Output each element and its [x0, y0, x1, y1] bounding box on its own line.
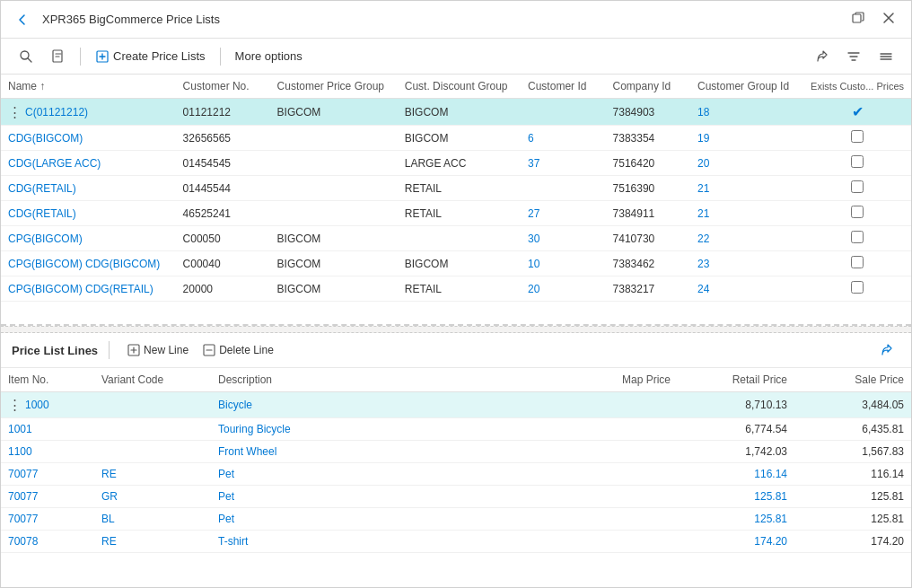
exists-cust-prices-cell[interactable] [803, 126, 911, 151]
pll-row[interactable]: 1001Touring Bicycle6,774.546,435.81 [1, 418, 911, 441]
description-value[interactable]: Pet [218, 513, 234, 525]
variant-code-value[interactable]: BL [101, 513, 115, 525]
variant-code-value[interactable]: RE [101, 535, 117, 548]
pll-row[interactable]: 70078RET-shirt174.20174.20 [1, 531, 911, 553]
close-button[interactable] [877, 10, 900, 29]
pll-col-sale-price: Sale Price [794, 368, 911, 392]
price-list-company-id: 7383217 [606, 276, 691, 302]
search-button[interactable] [12, 46, 40, 67]
description-value[interactable]: Pet [218, 490, 234, 503]
description-value[interactable]: T-shirt [218, 535, 248, 548]
retail-price-value[interactable]: 125.81 [754, 513, 787, 525]
price-list-row[interactable]: CDG(RETAIL) 46525241RETAIL27738491121 [1, 201, 911, 226]
price-list-row[interactable]: CDG(BIGCOM) 32656565BIGCOM6738335419 [1, 126, 911, 151]
col-customer-group-id: Customer Group Id [690, 75, 803, 99]
delete-line-button[interactable]: Delete Line [196, 341, 281, 359]
search-icon [19, 49, 33, 64]
pll-row[interactable]: 70077REPet116.14116.14 [1, 463, 911, 486]
pll-map-price [561, 486, 678, 508]
exists-cust-prices-cell[interactable] [803, 201, 911, 226]
price-list-name[interactable]: C(01121212) [25, 106, 88, 118]
exists-checkbox[interactable] [851, 130, 864, 143]
pll-variant-code: RE [94, 463, 211, 486]
more-options-button[interactable]: More options [228, 46, 310, 66]
price-list-name[interactable]: CDG(LARGE ACC) [8, 157, 101, 170]
price-list-name[interactable]: CDG(BIGCOM) [8, 132, 83, 145]
price-list-name[interactable]: CDG(RETAIL) [8, 207, 76, 220]
description-value[interactable]: Front Wheel [218, 445, 276, 458]
share-button[interactable] [807, 46, 836, 67]
price-list-row[interactable]: ⋮ C(01121212) 01121212BIGCOMBIGCOM738490… [1, 99, 911, 126]
price-list-customer-id: 37 [521, 151, 606, 176]
price-list-row[interactable]: CPG(BIGCOM) C00050BIGCOM30741073022 [1, 226, 911, 251]
row-menu-icon[interactable]: ⋮ [8, 104, 22, 120]
exists-cust-prices-cell[interactable]: ✔ [803, 99, 911, 126]
price-list-row[interactable]: CPG(BIGCOM) CDG(BIGCOM) C00040BIGCOMBIGC… [1, 251, 911, 276]
price-lists-table: Name ↑ Customer No. Customer Price Group… [1, 75, 911, 302]
price-list-row[interactable]: CDG(LARGE ACC) 01454545LARGE ACC37751642… [1, 151, 911, 176]
exists-checkbox[interactable] [851, 256, 864, 268]
pll-row[interactable]: ⋮ 1000 Bicycle8,710.133,484.05 [1, 392, 911, 418]
description-value[interactable]: Bicycle [218, 399, 252, 411]
price-list-row[interactable]: CPG(BIGCOM) CDG(RETAIL) 20000BIGCOMRETAI… [1, 276, 911, 302]
description-value[interactable]: Touring Bicycle [218, 423, 291, 435]
price-list-name[interactable]: CPG(BIGCOM) [8, 233, 83, 245]
pll-variant-code [94, 418, 211, 441]
pll-map-price [561, 392, 678, 418]
item-no-value[interactable]: 1100 [8, 445, 32, 458]
item-no-value[interactable]: 1001 [8, 423, 32, 435]
create-price-lists-button[interactable]: Create Price Lists [88, 46, 213, 67]
item-no-value[interactable]: 70078 [8, 535, 38, 548]
col-customer-id: Customer Id [521, 75, 606, 99]
exists-cust-prices-cell[interactable] [803, 151, 911, 176]
new-line-button[interactable]: New Line [120, 341, 196, 359]
price-list-name-cell: CDG(BIGCOM) [1, 126, 176, 151]
item-no-value[interactable]: 70077 [8, 513, 38, 525]
col-name[interactable]: Name ↑ [1, 75, 176, 99]
new-line-icon [127, 344, 140, 356]
pll-row[interactable]: 70077BLPet125.81125.81 [1, 508, 911, 531]
pll-body: ⋮ 1000 Bicycle8,710.133,484.051001Tourin… [1, 392, 911, 553]
variant-code-value[interactable]: GR [101, 490, 118, 503]
price-list-name[interactable]: CPG(BIGCOM) CDG(BIGCOM) [8, 258, 160, 270]
price-list-name[interactable]: CDG(RETAIL) [8, 182, 76, 195]
pll-item-no: 70077 [1, 486, 94, 508]
pll-export-button[interactable] [872, 340, 900, 360]
item-no-value[interactable]: 1000 [25, 399, 49, 411]
exists-cust-prices-cell[interactable] [803, 276, 911, 302]
pll-row-menu-icon[interactable]: ⋮ [8, 397, 22, 413]
retail-price-value[interactable]: 116.14 [754, 468, 787, 480]
variant-code-value[interactable]: RE [101, 468, 117, 480]
price-list-name[interactable]: CPG(BIGCOM) CDG(RETAIL) [8, 283, 153, 295]
price-list-row[interactable]: CDG(RETAIL) 01445544RETAIL751639021 [1, 176, 911, 201]
filter-icon [846, 49, 861, 64]
price-list-cust-discount-group: LARGE ACC [398, 151, 521, 176]
pll-row[interactable]: 70077GRPet125.81125.81 [1, 486, 911, 508]
item-no-value[interactable]: 70077 [8, 468, 38, 480]
filter-button[interactable] [839, 46, 868, 67]
exists-checkbox[interactable] [851, 231, 864, 243]
pll-col-variant-code: Variant Code [94, 368, 211, 392]
price-list-company-id: 7384911 [606, 201, 691, 226]
restore-button[interactable] [846, 10, 870, 29]
exists-checkbox[interactable] [851, 206, 864, 218]
exists-cust-prices-cell[interactable] [803, 226, 911, 251]
pll-row[interactable]: 1100Front Wheel1,742.031,567.83 [1, 441, 911, 463]
exists-cust-prices-cell[interactable] [803, 251, 911, 276]
exists-checkbox[interactable] [851, 281, 864, 294]
pll-header: Price List Lines New Line Delete Line [1, 333, 911, 368]
back-button[interactable] [12, 9, 33, 31]
exists-checkbox[interactable] [851, 155, 864, 168]
retail-price-value[interactable]: 174.20 [754, 535, 787, 548]
price-list-company-id: 7383354 [606, 126, 691, 151]
exists-checkbox[interactable] [851, 180, 864, 193]
item-no-value[interactable]: 70077 [8, 490, 38, 503]
settings-button[interactable] [872, 46, 900, 67]
retail-price-value[interactable]: 125.81 [754, 490, 787, 503]
price-list-customer-group-id: 22 [690, 226, 803, 251]
pll-item-no: 70078 [1, 531, 94, 553]
price-list-customer-price-group [270, 201, 398, 226]
description-value[interactable]: Pet [218, 468, 234, 480]
exists-cust-prices-cell[interactable] [803, 176, 911, 201]
new-doc-button[interactable] [44, 46, 73, 67]
